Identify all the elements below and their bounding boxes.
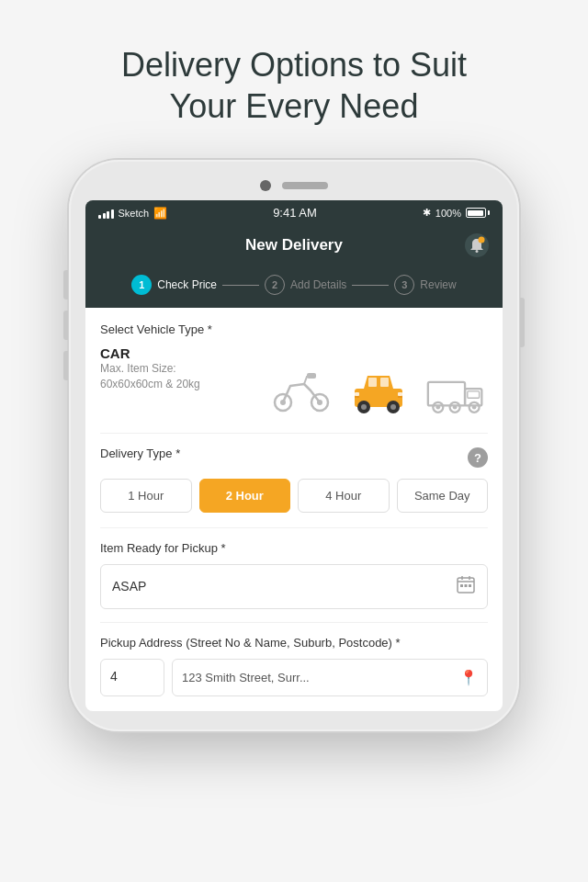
battery-icon xyxy=(466,208,490,218)
delivery-type-label: Delivery Type * xyxy=(100,447,180,460)
page-headline: Delivery Options to Suit Your Every Need xyxy=(0,0,588,160)
svg-rect-10 xyxy=(380,378,389,387)
svg-rect-7 xyxy=(307,373,316,379)
step-1: 1 Check Price xyxy=(131,275,217,295)
svg-point-1 xyxy=(476,250,479,253)
step-2: 2 Add Details xyxy=(265,275,346,295)
step-3: 3 Review xyxy=(394,275,456,295)
status-left: Sketch 📶 xyxy=(98,207,167,220)
notification-bell-icon[interactable] xyxy=(464,232,490,258)
delivery-type-section: Delivery Type * ? 1 Hour 2 Hour 4 Hour S… xyxy=(100,433,488,513)
phone-top-bar xyxy=(85,180,503,191)
svg-rect-17 xyxy=(355,396,359,398)
svg-rect-15 xyxy=(355,392,359,396)
phone-speaker xyxy=(282,182,328,189)
phone-camera xyxy=(260,180,271,191)
signal-bars xyxy=(98,208,114,219)
address-street-input[interactable]: 123 Smith Street, Surr... 📍 xyxy=(172,659,488,696)
delivery-option-1hr[interactable]: 1 Hour xyxy=(100,479,192,513)
svg-point-25 xyxy=(453,405,458,410)
svg-point-2 xyxy=(479,237,485,243)
phone-frame: Sketch 📶 9:41 AM ✱ 100% New Delivery xyxy=(69,160,519,731)
address-number-input[interactable]: 4 xyxy=(100,659,164,696)
pickup-label: Item Ready for Pickup * xyxy=(100,541,488,555)
step-2-label: Add Details xyxy=(290,278,346,291)
step-line-1 xyxy=(222,285,259,286)
address-label: Pickup Address (Street No & Name, Suburb… xyxy=(100,636,488,650)
step-2-circle: 2 xyxy=(265,275,285,295)
vehicle-section-label: Select Vehicle Type * xyxy=(100,322,488,336)
car-option[interactable] xyxy=(346,363,411,418)
pickup-section: Item Ready for Pickup * ASAP xyxy=(100,527,488,609)
svg-rect-9 xyxy=(368,378,377,387)
step-indicator: 1 Check Price 2 Add Details 3 Review xyxy=(85,266,503,308)
svg-rect-18 xyxy=(398,396,402,398)
phone-screen: Sketch 📶 9:41 AM ✱ 100% New Delivery xyxy=(85,200,503,711)
status-time: 9:41 AM xyxy=(273,206,317,220)
svg-rect-21 xyxy=(468,391,480,398)
pickup-input[interactable]: ASAP xyxy=(100,564,488,609)
address-inputs: 4 123 Smith Street, Surr... 📍 xyxy=(100,659,488,696)
delivery-option-2hr[interactable]: 2 Hour xyxy=(199,479,291,513)
vehicle-name: CAR xyxy=(100,345,488,361)
truck-option[interactable] xyxy=(424,363,488,418)
wifi-icon: 📶 xyxy=(153,207,167,220)
svg-point-27 xyxy=(472,405,477,410)
svg-point-14 xyxy=(390,404,396,410)
help-button[interactable]: ? xyxy=(468,447,488,468)
svg-rect-16 xyxy=(398,392,402,396)
svg-rect-33 xyxy=(465,584,468,587)
delivery-option-4hr[interactable]: 4 Hour xyxy=(298,479,390,513)
status-bar: Sketch 📶 9:41 AM ✱ 100% xyxy=(85,200,503,225)
svg-rect-34 xyxy=(469,584,471,587)
status-right: ✱ 100% xyxy=(423,207,490,219)
svg-point-12 xyxy=(361,404,367,410)
svg-rect-32 xyxy=(460,584,463,587)
header-title: New Delivery xyxy=(245,236,343,254)
step-3-circle: 3 xyxy=(394,275,414,295)
address-section: Pickup Address (Street No & Name, Suburb… xyxy=(100,622,488,696)
svg-point-6 xyxy=(317,400,322,405)
delivery-option-sameday[interactable]: Same Day xyxy=(397,479,489,513)
svg-point-5 xyxy=(280,400,286,405)
svg-rect-19 xyxy=(428,381,465,405)
content-area: Select Vehicle Type * CAR Max. Item Size… xyxy=(85,308,503,711)
step-1-circle: 1 xyxy=(131,275,152,295)
app-header: New Delivery xyxy=(85,225,503,266)
bluetooth-icon: ✱ xyxy=(423,207,431,219)
battery-percent: 100% xyxy=(435,208,461,219)
carrier-name: Sketch xyxy=(119,208,150,219)
svg-point-23 xyxy=(436,405,441,410)
calendar-icon xyxy=(456,574,476,599)
delivery-options: 1 Hour 2 Hour 4 Hour Same Day xyxy=(100,479,488,513)
step-line-2 xyxy=(352,285,389,286)
pickup-value: ASAP xyxy=(112,579,456,594)
motorcycle-option[interactable] xyxy=(269,363,334,418)
step-1-label: Check Price xyxy=(157,278,217,291)
step-3-label: Review xyxy=(420,278,456,291)
delivery-type-header: Delivery Type * ? xyxy=(100,447,488,469)
vehicle-section: Select Vehicle Type * CAR Max. Item Size… xyxy=(100,322,488,418)
location-pin-icon: 📍 xyxy=(459,669,478,686)
